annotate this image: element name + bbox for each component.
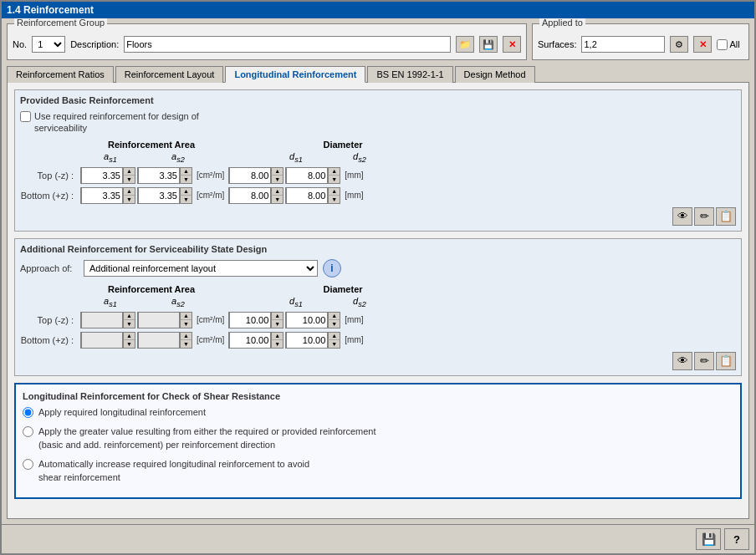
top-ds1-down[interactable]: ▼ bbox=[271, 176, 283, 184]
add-top-as1-up[interactable]: ▲ bbox=[123, 312, 135, 320]
add-bot-as2-up[interactable]: ▲ bbox=[180, 332, 192, 340]
top-as1-up[interactable]: ▲ bbox=[123, 167, 135, 176]
bot-ds2-input[interactable] bbox=[286, 187, 328, 204]
top-ds1-field[interactable]: ▲ ▼ bbox=[228, 167, 284, 184]
window-body: Reinforcement Group No. 1 Description: 📁… bbox=[2, 18, 754, 524]
no-select[interactable]: 1 bbox=[32, 36, 65, 53]
tab-ratios[interactable]: Reinforcement Ratios bbox=[7, 66, 114, 83]
add-top-ds1-input[interactable] bbox=[229, 312, 271, 328]
add-bot-ds1-down[interactable]: ▼ bbox=[271, 340, 283, 349]
add-top-ds1-field[interactable]: ▲ ▼ bbox=[228, 312, 284, 328]
bot-as1-up[interactable]: ▲ bbox=[123, 187, 135, 196]
bottom-help-btn[interactable]: ? bbox=[724, 528, 749, 550]
basic-table-btn[interactable]: 📋 bbox=[716, 207, 736, 226]
info-btn[interactable]: i bbox=[323, 259, 341, 278]
add-top-as2-field[interactable]: ▲ ▼ bbox=[137, 312, 192, 328]
top-ds2-down[interactable]: ▼ bbox=[328, 176, 340, 184]
surfaces-clear-btn[interactable]: ✕ bbox=[693, 36, 712, 53]
add-bot-ds1-input[interactable] bbox=[229, 332, 271, 349]
add-bot-as1-field[interactable]: ▲ ▼ bbox=[80, 332, 135, 349]
tab-design[interactable]: Design Method bbox=[455, 66, 535, 83]
add-bot-ds2-down[interactable]: ▼ bbox=[328, 340, 340, 349]
bot-ds2-field[interactable]: ▲ ▼ bbox=[285, 187, 340, 204]
top-as1-down[interactable]: ▼ bbox=[123, 176, 135, 184]
top-ds1-input[interactable] bbox=[229, 167, 271, 184]
add-bot-ds2-input[interactable] bbox=[286, 332, 328, 349]
add-bot-as1-down[interactable]: ▼ bbox=[123, 340, 135, 349]
top-as2-input[interactable] bbox=[138, 167, 180, 184]
description-input[interactable] bbox=[124, 36, 451, 53]
top-ds1-up[interactable]: ▲ bbox=[271, 167, 283, 176]
add-top-as2-up[interactable]: ▲ bbox=[180, 312, 192, 320]
applied-to-box: Applied to Surfaces: ⚙ ✕ All bbox=[532, 23, 749, 60]
shear-radio1-label: Apply required longitudinal reinforcemen… bbox=[38, 406, 206, 419]
top-as1-field[interactable]: ▲ ▼ bbox=[80, 167, 135, 184]
add-bot-ds2-field[interactable]: ▲ ▼ bbox=[285, 332, 340, 349]
top-ds2-input[interactable] bbox=[286, 167, 328, 184]
top-as1-input[interactable] bbox=[81, 167, 123, 184]
save-group-btn[interactable]: 💾 bbox=[479, 36, 498, 53]
add-bot-unit-area: [cm²/m] bbox=[194, 335, 227, 344]
bot-ds1-down[interactable]: ▼ bbox=[271, 196, 283, 204]
top-ds2-field[interactable]: ▲ ▼ bbox=[285, 167, 340, 184]
surfaces-input[interactable] bbox=[581, 36, 665, 53]
add-bot-as2-down[interactable]: ▼ bbox=[180, 340, 192, 349]
top-as2-down[interactable]: ▼ bbox=[180, 176, 192, 184]
bot-as2-up[interactable]: ▲ bbox=[180, 187, 192, 196]
top-as2-field[interactable]: ▲ ▼ bbox=[137, 167, 192, 184]
add-edit-btn[interactable]: ✏ bbox=[694, 352, 714, 370]
all-checkbox[interactable] bbox=[717, 39, 728, 50]
basic-edit-btn[interactable]: ✏ bbox=[694, 207, 714, 226]
add-top-as2-down[interactable]: ▼ bbox=[180, 320, 192, 328]
add-bot-ds1-field[interactable]: ▲ ▼ bbox=[228, 332, 284, 349]
add-top-ds2-up[interactable]: ▲ bbox=[328, 312, 340, 320]
add-top-as1-down[interactable]: ▼ bbox=[123, 320, 135, 328]
bot-ds1-field[interactable]: ▲ ▼ bbox=[228, 187, 284, 204]
shear-radio1[interactable] bbox=[23, 407, 33, 418]
add-top-as1-input[interactable] bbox=[81, 312, 123, 328]
add-bot-as1-up[interactable]: ▲ bbox=[123, 332, 135, 340]
add-top-as2-input[interactable] bbox=[138, 312, 180, 328]
bottom-save-btn[interactable]: 💾 bbox=[696, 528, 721, 550]
shear-radio3[interactable] bbox=[23, 459, 33, 470]
use-required-checkbox[interactable] bbox=[20, 111, 31, 122]
basic-eye-btn[interactable]: 👁 bbox=[672, 207, 692, 226]
bot-as2-input[interactable] bbox=[138, 187, 180, 204]
bot-as1-field[interactable]: ▲ ▼ bbox=[80, 187, 135, 204]
approach-select[interactable]: Additional reinforcement layout Required… bbox=[84, 260, 318, 277]
top-ds2-up[interactable]: ▲ bbox=[328, 167, 340, 176]
add-top-as1-field[interactable]: ▲ ▼ bbox=[80, 312, 135, 328]
tab-longitudinal[interactable]: Longitudinal Reinforcement bbox=[225, 66, 365, 83]
add-sub-headers: as1 as2 ds1 ds2 bbox=[77, 296, 736, 308]
bottom-label: Bottom (+z) : bbox=[20, 191, 79, 201]
open-folder-btn[interactable]: 📁 bbox=[456, 36, 474, 53]
diam-header: Diameter bbox=[276, 140, 410, 150]
add-bot-as2-field[interactable]: ▲ ▼ bbox=[137, 332, 192, 349]
add-top-ds2-input[interactable] bbox=[286, 312, 328, 328]
bot-ds2-down[interactable]: ▼ bbox=[328, 196, 340, 204]
add-bot-ds2-up[interactable]: ▲ bbox=[328, 332, 340, 340]
tab-layout[interactable]: Reinforcement Layout bbox=[115, 66, 224, 83]
add-eye-btn[interactable]: 👁 bbox=[672, 352, 692, 370]
add-bot-as2-input[interactable] bbox=[138, 332, 180, 349]
delete-group-btn[interactable]: ✕ bbox=[503, 36, 521, 53]
add-top-ds1-up[interactable]: ▲ bbox=[271, 312, 283, 320]
add-top-ds2-down[interactable]: ▼ bbox=[328, 320, 340, 328]
bot-as2-down[interactable]: ▼ bbox=[180, 196, 192, 204]
surfaces-settings-btn[interactable]: ⚙ bbox=[670, 36, 688, 53]
bot-as1-down[interactable]: ▼ bbox=[123, 196, 135, 204]
add-bot-ds1-up[interactable]: ▲ bbox=[271, 332, 283, 340]
bot-ds1-up[interactable]: ▲ bbox=[271, 187, 283, 196]
basic-sub-headers: as1 as2 ds1 ds2 bbox=[77, 151, 736, 164]
top-as2-up[interactable]: ▲ bbox=[180, 167, 192, 176]
bot-as2-field[interactable]: ▲ ▼ bbox=[137, 187, 192, 204]
bot-as1-input[interactable] bbox=[81, 187, 123, 204]
add-top-ds2-field[interactable]: ▲ ▼ bbox=[285, 312, 340, 328]
add-top-ds1-down[interactable]: ▼ bbox=[271, 320, 283, 328]
add-table-btn[interactable]: 📋 bbox=[716, 352, 736, 370]
add-bot-as1-input[interactable] bbox=[81, 332, 123, 349]
tab-bs[interactable]: BS EN 1992-1-1 bbox=[367, 66, 452, 83]
bot-ds2-up[interactable]: ▲ bbox=[328, 187, 340, 196]
shear-radio2[interactable] bbox=[23, 426, 33, 437]
bot-ds1-input[interactable] bbox=[229, 187, 271, 204]
